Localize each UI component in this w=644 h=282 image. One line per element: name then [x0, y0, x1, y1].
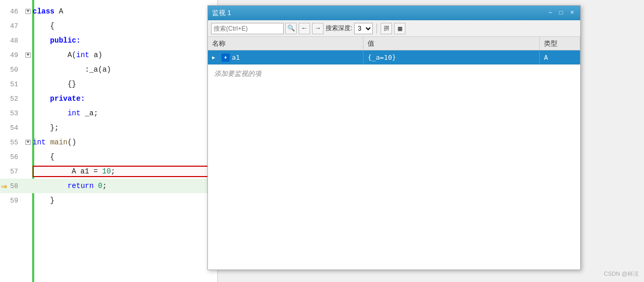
line-gutter-55[interactable]: ▼: [23, 140, 33, 145]
code-line-56: 56 {: [0, 150, 217, 164]
code-line-48: 48 public:: [0, 33, 217, 48]
watch-toolbar: 🔍 ← → 搜索深度: 3 1 2 4 5 拼 ▦: [208, 20, 580, 37]
depth-select[interactable]: 3 1 2 4 5: [354, 23, 373, 34]
line-content-51: {}: [33, 80, 217, 88]
line-content-55: int main(): [33, 138, 217, 146]
line-number-59: 59: [0, 197, 23, 205]
code-line-49: 49 ▼ A(int a): [0, 48, 217, 62]
column-header-value: 值: [363, 37, 540, 50]
watch-item-icon-a1: ♦: [221, 53, 230, 62]
depth-label: 搜索深度:: [326, 24, 352, 33]
collapse-btn-49[interactable]: ▼: [25, 52, 31, 58]
search-input[interactable]: [211, 23, 284, 34]
line-content-49: A(int a): [33, 51, 217, 59]
code-line-46: 46 ▼ class A: [0, 4, 217, 19]
toolbar-search: 🔍: [211, 23, 297, 34]
line-number-55: 55: [0, 139, 23, 146]
line-number-51: 51: [0, 80, 23, 88]
collapse-btn-46[interactable]: ▼: [25, 9, 31, 14]
code-line-52: 52 private:: [0, 91, 217, 106]
close-button[interactable]: ×: [568, 8, 576, 18]
forward-button[interactable]: →: [312, 23, 324, 34]
line-content-57: A a1 = 10;: [33, 166, 217, 177]
line-number-56: 56: [0, 153, 23, 161]
code-line-47: 47 {: [0, 19, 217, 33]
watermark: CSDN @杯泫: [604, 270, 639, 278]
code-line-53: 53 int _a;: [0, 106, 217, 120]
line-gutter-49[interactable]: ▼: [23, 52, 33, 58]
toolbar-icon2[interactable]: ▦: [394, 23, 405, 34]
watch-cell-value-a1: {_a=10}: [363, 50, 540, 64]
line-number-46: 46: [0, 8, 23, 16]
line-number-50: 50: [0, 66, 23, 74]
line-content-46: class A: [33, 7, 217, 16]
code-lines: 46 ▼ class A 47 { 48 public: 49 ▼ A(: [0, 0, 217, 212]
watch-window: 监视 1 − □ × 🔍 ← → 搜索深度: 3 1 2 4 5 拼 ▦ 名: [207, 5, 581, 270]
minimize-button[interactable]: −: [546, 8, 554, 18]
watch-row-a1[interactable]: ▶ ♦ a1 {_a=10} A: [208, 50, 580, 65]
restore-button[interactable]: □: [557, 8, 565, 18]
expand-arrow-a1[interactable]: ▶: [212, 55, 219, 60]
line-content-56: {: [33, 153, 217, 161]
line-number-54: 54: [0, 124, 23, 132]
line-number-53: 53: [0, 110, 23, 117]
execution-arrow: ⇒: [1, 180, 7, 193]
collapse-btn-55[interactable]: ▼: [25, 140, 31, 145]
code-line-58: ⇒ 58 return 0;: [0, 179, 217, 193]
line-content-53: int _a;: [33, 109, 217, 117]
line-content-52: private:: [33, 95, 217, 103]
toolbar-icon1[interactable]: 拼: [381, 23, 392, 34]
toolbar-separator: [376, 23, 377, 34]
code-line-50: 50 :_a(a): [0, 62, 217, 77]
titlebar-controls: − □ ×: [546, 8, 576, 18]
back-button[interactable]: ←: [299, 23, 310, 34]
line-content-58: return 0;: [33, 182, 217, 190]
watch-titlebar: 监视 1 − □ ×: [208, 6, 580, 20]
code-line-55: 55 ▼ int main(): [0, 135, 217, 150]
code-line-51: 51 {}: [0, 77, 217, 91]
code-editor: 46 ▼ class A 47 { 48 public: 49 ▼ A(: [0, 0, 218, 282]
column-header-name: 名称: [208, 37, 363, 50]
line-number-47: 47: [0, 22, 23, 30]
line-content-54: };: [33, 124, 217, 132]
line-gutter-46[interactable]: ▼: [23, 9, 33, 14]
column-header-type: 类型: [540, 37, 580, 50]
watch-cell-type-a1: A: [540, 50, 580, 64]
code-line-54: 54 };: [0, 120, 217, 135]
line-number-49: 49: [0, 51, 23, 59]
line-content-48: public:: [33, 36, 217, 45]
watch-table: 名称 值 类型 ▶ ♦ a1 {_a=10} A 添加要监视的项: [208, 37, 580, 270]
watch-cell-name-a1: ▶ ♦ a1: [208, 50, 363, 64]
line-number-48: 48: [0, 37, 23, 45]
line-number-52: 52: [0, 95, 23, 103]
line-content-59: }: [33, 196, 217, 205]
line-content-50: :_a(a): [33, 65, 217, 74]
line-content-47: {: [33, 22, 217, 30]
code-line-59: 59 }: [0, 193, 217, 208]
code-line-57: 57 A a1 = 10;: [0, 164, 217, 179]
add-watch-hint[interactable]: 添加要监视的项: [208, 65, 580, 83]
line-number-57: 57: [0, 168, 23, 176]
watch-table-header: 名称 值 类型: [208, 37, 580, 50]
search-icon[interactable]: 🔍: [285, 23, 297, 34]
watch-title: 监视 1: [212, 8, 546, 18]
